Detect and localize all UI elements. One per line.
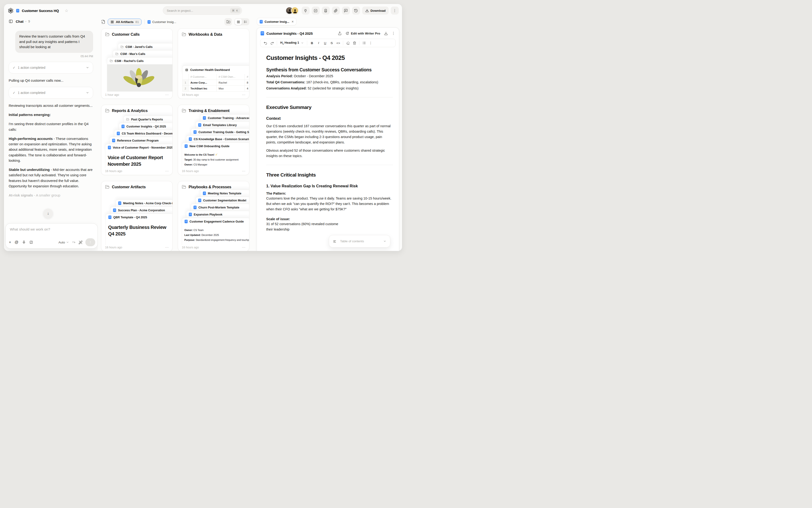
filter-sparkle-button[interactable] xyxy=(72,240,76,244)
add-attachment-button[interactable]: + xyxy=(9,240,11,244)
italic-button[interactable]: I xyxy=(315,40,322,46)
move-to-folder-button[interactable] xyxy=(225,18,232,26)
action-completed-toggle[interactable]: ✓ 1 action completed xyxy=(9,62,93,74)
new-artifact-icon[interactable] xyxy=(101,20,105,24)
eraser-button[interactable] xyxy=(344,40,351,46)
search-placeholder: Search in project... xyxy=(167,9,230,12)
folder-card-playbooks-processes[interactable]: Playbooks & Processes Meeting Notes Temp… xyxy=(178,181,249,251)
edit-with-writer-pro-button[interactable]: Edit with Writer Pro xyxy=(345,32,380,35)
artifact-row[interactable]: CS Team Metrics Dashboard - December 20.… xyxy=(114,130,173,137)
toc-label: Table of contents xyxy=(340,240,380,243)
document-body[interactable]: Customer Insights - Q4 2025 Synthesis fr… xyxy=(257,47,399,232)
collaborator-avatars[interactable] xyxy=(286,7,298,14)
close-icon[interactable]: × xyxy=(292,20,293,24)
tasks-button[interactable] xyxy=(312,7,320,14)
artifact-preview-doc: Welcome to the CS Team! Target: 30-day r… xyxy=(182,150,249,168)
voice-input-button[interactable] xyxy=(22,240,26,244)
artifact-row[interactable]: Customer Training Guide - Getting Starte… xyxy=(191,128,249,135)
scroll-to-bottom-button[interactable]: ↓ xyxy=(43,209,53,218)
doc-h3: Context xyxy=(266,116,393,121)
card-menu-button[interactable]: ⋯ xyxy=(242,169,245,173)
artifact-row[interactable]: Churn Post-Mortem Template xyxy=(191,204,249,211)
manual-edit-off-button[interactable] xyxy=(79,240,83,244)
artifact-row[interactable]: Customer Insights - Q4 2025 xyxy=(119,123,173,130)
strikethrough-button[interactable]: S xyxy=(328,40,335,46)
editor-tab[interactable]: Customer Insig... × xyxy=(257,18,296,25)
folder-card-training-enablement[interactable]: Training & Enablement Customer Training … xyxy=(178,105,249,175)
assistant-message: Initial patterns emerging: xyxy=(9,112,93,117)
underline-button[interactable]: U xyxy=(322,40,328,46)
artifact-row[interactable]: Meeting Notes Template xyxy=(200,190,249,197)
table-of-contents-button[interactable]: Table of contents xyxy=(329,235,390,247)
toolbar-more-button[interactable]: ⋮ xyxy=(367,40,374,46)
card-timestamp: 16 hours ago xyxy=(182,169,199,173)
list-button[interactable] xyxy=(361,40,367,46)
card-menu-button[interactable]: ⋯ xyxy=(242,93,245,97)
artifact-row[interactable]: Reference Customer Program xyxy=(109,137,173,144)
attachments-button[interactable] xyxy=(332,7,340,14)
artifact-row[interactable]: CSM - Max's Calls xyxy=(112,50,173,57)
send-button[interactable]: ↑ xyxy=(85,238,95,246)
favorite-star-icon[interactable]: ☆ xyxy=(65,8,68,13)
topbar-actions: Download ⋮ xyxy=(286,7,399,14)
undo-button[interactable] xyxy=(262,40,269,46)
app-logo-flower-icon[interactable] xyxy=(8,8,14,14)
folder-card-reports-analytics[interactable]: Reports & Analytics Past Quarter's Repor… xyxy=(101,105,173,175)
document-download-button[interactable] xyxy=(384,32,388,36)
artifact-row[interactable]: Past Quarter's Reports xyxy=(124,116,173,123)
mention-button[interactable]: @ xyxy=(14,240,18,244)
bold-button[interactable]: B xyxy=(309,40,315,46)
tab-all-artifacts[interactable]: All Artifacts 81 xyxy=(108,18,142,25)
artifact-row[interactable]: Customer Training - Advanced Features xyxy=(200,114,249,121)
card-menu-button[interactable]: ⋯ xyxy=(165,245,169,250)
comments-button[interactable] xyxy=(342,7,350,14)
redo-button[interactable] xyxy=(269,40,275,46)
code-button[interactable]: <> xyxy=(335,40,341,46)
search-input[interactable]: Search in project... ⌘ K xyxy=(163,6,242,15)
toc-icon xyxy=(333,239,337,243)
table-cell: Acme Corp... xyxy=(189,80,217,86)
card-menu-button[interactable]: ⋯ xyxy=(242,245,245,250)
heading-style-select[interactable]: H1 Heading 1 xyxy=(278,41,305,45)
document-menu-button[interactable]: ⋮ xyxy=(392,31,395,36)
artifact-row[interactable]: CSM - Jared's Calls xyxy=(118,43,173,50)
history-button[interactable] xyxy=(352,7,360,14)
artifact-row[interactable]: Customer Engagement Cadence Guide xyxy=(182,218,249,225)
more-menu-button[interactable]: ⋮ xyxy=(391,7,399,14)
artifact-row[interactable]: CSM - Rachel's Calls xyxy=(107,57,173,64)
grid-view-button[interactable] xyxy=(235,19,242,25)
sidebar-toggle-icon[interactable] xyxy=(9,19,13,24)
artifact-row[interactable]: Customer Health Dashboard xyxy=(182,66,249,74)
delete-button[interactable] xyxy=(351,40,358,46)
card-menu-button[interactable]: ⋯ xyxy=(165,169,169,173)
artifact-row[interactable]: Email Templates Library xyxy=(195,121,249,128)
chat-input[interactable]: What should we work on? + @ Auto ↑ xyxy=(5,223,98,249)
artifact-row[interactable]: New CSM Onboarding Guide xyxy=(182,142,249,150)
eraser-icon xyxy=(346,41,350,45)
chat-title: Chat xyxy=(16,19,23,24)
integrations-button[interactable] xyxy=(302,7,309,14)
model-selector[interactable]: Auto xyxy=(58,241,69,244)
card-menu-button[interactable]: ⋯ xyxy=(165,93,169,97)
artifact-row[interactable]: Expansion Playbook xyxy=(186,211,249,218)
doc-meta: Total Q4 Conversations: 187 (check-ins, … xyxy=(266,80,393,85)
artifact-row[interactable]: Voice of Customer Report - November 2025 xyxy=(105,144,173,151)
notes-button[interactable] xyxy=(322,7,330,14)
artifact-row[interactable]: Meeting Notes - Acme Corp Check-in - Dec… xyxy=(115,200,173,207)
undo-icon xyxy=(264,41,268,45)
edit-with-writer-pro-label: Edit with Writer Pro xyxy=(351,32,380,35)
artifact-row[interactable]: Customer Segmentation Model xyxy=(195,197,249,204)
share-button[interactable] xyxy=(338,32,342,36)
artifact-row[interactable]: Success Plan - Acme Corporation xyxy=(110,207,173,214)
slash-command-button[interactable] xyxy=(29,240,33,244)
download-button[interactable]: Download xyxy=(362,7,389,14)
folder-card-workbooks-data[interactable]: Workbooks & Data Customer Health Dashboa… xyxy=(178,29,249,99)
grid-icon xyxy=(110,20,114,24)
list-view-button[interactable] xyxy=(242,19,249,25)
artifact-row[interactable]: CS Knowledge Base - Common Scenarios xyxy=(186,135,249,142)
action-completed-toggle[interactable]: ✓ 1 action completed xyxy=(9,87,93,98)
tab-customer-insights[interactable]: Customer Insig... xyxy=(148,20,176,24)
folder-card-customer-artifacts[interactable]: Customer Artifacts Meeting Notes - Acme … xyxy=(101,181,173,251)
folder-card-customer-calls[interactable]: Customer Calls CSM - Jared's Calls CSM -… xyxy=(101,29,173,99)
artifact-row[interactable]: QBR Template - Q4 2025 xyxy=(105,214,173,221)
